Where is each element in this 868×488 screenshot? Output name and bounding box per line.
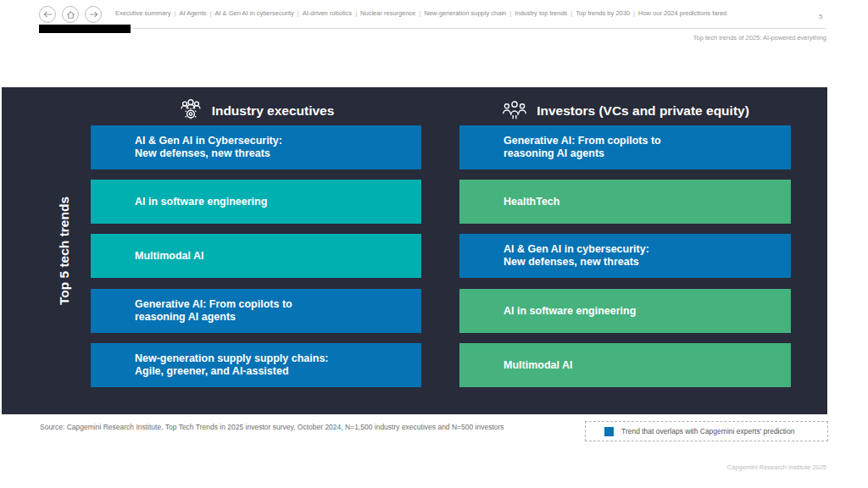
column-title: Investors (VCs and private equity): [537, 103, 749, 119]
nav-item-cybersecurity[interactable]: AI & Gen AI in cybersecurity: [214, 9, 293, 17]
trend-bar-exec-1: AI & Gen AI in Cybersecurity: New defens…: [91, 125, 421, 169]
chapter-subtitle: Top tech trends of 2025: AI-powered ever…: [693, 34, 826, 42]
back-button[interactable]: [39, 6, 56, 23]
nav-item-executive-summary[interactable]: Executive summary: [115, 9, 170, 17]
nav-item-nuclear[interactable]: Nuclear resurgence: [360, 9, 415, 17]
legend-swatch-blue: [604, 427, 614, 436]
people-gear-icon: [178, 97, 203, 125]
side-label-top5-tech-trends: Top 5 tech trends: [57, 197, 72, 305]
trend-bar-exec-4: Generative AI: From copilots to reasonin…: [91, 289, 421, 333]
legend: Trend that overlaps with Capgemini exper…: [585, 421, 828, 441]
copyright-note: Capgemini Research Institute 2025: [727, 463, 826, 471]
source-note: Source: Capgemini Research Institute, To…: [40, 423, 504, 431]
progress-fill: [39, 25, 131, 33]
section-nav: Executive summary|AI Agents|AI & Gen AI …: [115, 9, 817, 17]
trend-bar-exec-5: New-generation supply supply chains: Agi…: [91, 343, 421, 387]
forward-button[interactable]: [85, 6, 102, 23]
home-button[interactable]: [62, 6, 79, 23]
trends-panel: Top 5 tech trends Industry executives: [2, 87, 827, 414]
trend-bar-investor-4: AI in software engineering: [459, 289, 791, 333]
page-number: 5: [819, 13, 822, 20]
trend-bar-exec-2: AI in software engineering: [91, 180, 421, 224]
column-header-investors: Investors (VCs and private equity): [459, 98, 791, 124]
nav-item-supply-chain[interactable]: New-generation supply chain: [425, 9, 507, 17]
trend-bar-exec-3: Multimodal AI: [91, 234, 421, 278]
nav-item-industry-top-trends[interactable]: Industry top trends: [515, 9, 567, 17]
trend-bar-investor-5: Multimodal AI: [459, 343, 791, 387]
nav-item-2024-predictions[interactable]: How our 2024 predictions fared: [638, 9, 726, 17]
column-title: Industry executives: [212, 103, 335, 119]
people-group-icon: [501, 98, 528, 124]
legend-label: Trend that overlaps with Capgemini exper…: [621, 427, 794, 435]
nav-item-robotics[interactable]: AI-driven robotics: [303, 9, 352, 17]
nav-item-ai-agents[interactable]: AI Agents: [179, 9, 206, 17]
nav-item-trends-2030[interactable]: Top trends by 2030: [576, 9, 630, 17]
home-icon: [66, 10, 75, 19]
trend-bar-investor-2: HealthTech: [459, 180, 791, 224]
column-header-industry-executives: Industry executives: [91, 98, 421, 124]
arrow-left-icon: [43, 10, 53, 19]
trend-bar-investor-3: AI & Gen AI in cybersecurity: New defens…: [459, 234, 791, 278]
progress-track[interactable]: [39, 28, 826, 29]
arrow-right-icon: [89, 10, 98, 19]
trend-bar-investor-1: Generative AI: From copilots to reasonin…: [459, 125, 791, 169]
